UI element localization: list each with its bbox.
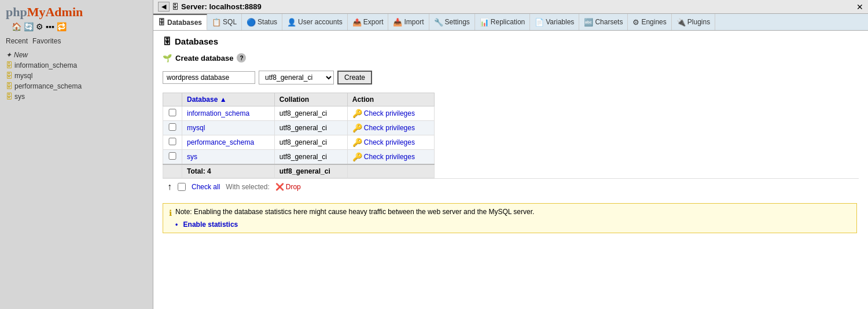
- collation-information_schema: utf8_general_ci: [274, 106, 347, 121]
- nav-item-new-label: New: [14, 51, 28, 59]
- row-checkbox-information_schema[interactable]: [168, 109, 177, 116]
- more-icon[interactable]: ▪▪▪: [46, 22, 54, 31]
- drop-button[interactable]: ❌ Drop: [275, 183, 301, 191]
- tab-settings-label: Settings: [445, 18, 470, 26]
- logo-myadmin: MyAdmin: [27, 5, 83, 19]
- favorites-tab[interactable]: Favorites: [32, 37, 61, 45]
- collation-select[interactable]: utf8_general_ci: [259, 71, 334, 84]
- nav-item-information-schema[interactable]: 🗄 information_schema: [2, 60, 150, 71]
- select-all-back-icon[interactable]: ↑: [167, 182, 172, 192]
- new-icon: ✦: [6, 51, 12, 59]
- main-area: ◀ 🗄 Server: localhost:8889 ✕ 🗄 Databases…: [153, 0, 868, 309]
- tab-sql-label: SQL: [223, 18, 237, 26]
- settings-icon[interactable]: ⚙: [36, 22, 43, 31]
- db-icon-sys: 🗄: [6, 93, 13, 101]
- nav-item-sys-label: sys: [14, 93, 25, 101]
- recent-tab[interactable]: Recent: [6, 37, 28, 45]
- db-link-performance_schema[interactable]: performance_schema: [187, 138, 254, 146]
- tab-databases[interactable]: 🗄 Databases: [153, 14, 207, 30]
- check-privileges-sys[interactable]: 🔑Check privileges: [352, 152, 415, 161]
- logo-php: php: [6, 5, 27, 19]
- home-icon[interactable]: 🏠: [12, 22, 21, 31]
- check-all-checkbox[interactable]: [178, 183, 186, 191]
- tab-user-accounts[interactable]: 👤 User accounts: [282, 14, 348, 30]
- nav-item-sys[interactable]: 🗄 sys: [2, 91, 150, 102]
- import-tab-icon: 📥: [393, 18, 402, 27]
- create-db-icon: 🌱: [163, 54, 172, 62]
- tab-engines[interactable]: ⚙ Engines: [628, 14, 671, 30]
- tab-replication-label: Replication: [491, 18, 525, 26]
- db-link-sys[interactable]: sys: [187, 153, 197, 161]
- tab-export[interactable]: 📤 Export: [348, 14, 389, 30]
- check-privileges-information_schema[interactable]: 🔑Check privileges: [352, 109, 415, 118]
- top-bar: ◀ 🗄 Server: localhost:8889 ✕: [153, 0, 868, 14]
- bottom-bar: ↑ Check all With selected: ❌ Drop: [163, 178, 859, 195]
- col-collation: Collation: [274, 93, 347, 106]
- drop-icon: ❌: [275, 183, 284, 191]
- databases-table: Database ▲ Collation Action information_…: [163, 93, 435, 178]
- total-collation: utf8_general_ci: [274, 164, 347, 178]
- server-icon: 🗄: [172, 3, 179, 11]
- db-name-input[interactable]: [163, 71, 255, 84]
- tab-status[interactable]: 🔵 Status: [242, 14, 282, 30]
- db-link-information_schema[interactable]: information_schema: [187, 109, 249, 117]
- enable-statistics-link[interactable]: • Enable statistics: [175, 220, 238, 229]
- create-db-help-icon[interactable]: ?: [237, 53, 246, 62]
- nav-item-information-schema-label: information_schema: [14, 61, 77, 69]
- tab-variables[interactable]: 📄 Variables: [530, 14, 579, 30]
- check-privileges-performance_schema[interactable]: 🔑Check privileges: [352, 138, 415, 147]
- window-close-icon[interactable]: ✕: [856, 2, 863, 12]
- tab-charsets-label: Charsets: [595, 18, 623, 26]
- sync-icon[interactable]: 🔁: [57, 22, 67, 31]
- table-row: performance_schemautf8_general_ci🔑Check …: [163, 135, 435, 150]
- db-link-mysql[interactable]: mysql: [187, 124, 205, 132]
- priv-icon-information_schema: 🔑: [352, 109, 362, 118]
- tab-settings[interactable]: 🔧 Settings: [429, 14, 475, 30]
- page-title: Databases: [175, 36, 218, 46]
- collation-sys: utf8_general_ci: [274, 150, 347, 165]
- tab-sql[interactable]: 📋 SQL: [207, 14, 242, 30]
- export-tab-icon: 📤: [352, 18, 362, 27]
- refresh-icon[interactable]: 🔄: [24, 22, 34, 31]
- settings-tab-icon: 🔧: [434, 18, 443, 27]
- row-checkbox-performance_schema[interactable]: [168, 138, 177, 145]
- sql-tab-icon: 📋: [212, 18, 221, 27]
- tab-replication[interactable]: 📊 Replication: [475, 14, 530, 30]
- tab-variables-label: Variables: [546, 18, 574, 26]
- notice-content: Note: Enabling the database statistics h…: [175, 208, 534, 229]
- check-all-label[interactable]: Check all: [192, 183, 220, 191]
- create-button[interactable]: Create: [337, 71, 372, 84]
- variables-tab-icon: 📄: [535, 18, 544, 27]
- collation-performance_schema: utf8_general_ci: [274, 135, 347, 150]
- tab-import[interactable]: 📥 Import: [388, 14, 429, 30]
- content: 🗄 Databases 🌱 Create database ? utf8_gen…: [153, 31, 868, 309]
- status-tab-icon: 🔵: [247, 18, 256, 27]
- check-privileges-mysql[interactable]: 🔑Check privileges: [352, 123, 415, 133]
- col-database[interactable]: Database ▲: [182, 93, 275, 106]
- row-checkbox-mysql[interactable]: [168, 123, 177, 131]
- table-row: sysutf8_general_ci🔑Check privileges: [163, 150, 435, 165]
- db-table-body: information_schemautf8_general_ci🔑Check …: [163, 106, 435, 178]
- nav-tabs: 🗄 Databases 📋 SQL 🔵 Status 👤 User accoun…: [153, 14, 868, 31]
- sidebar-nav: ✦ New 🗄 information_schema 🗄 mysql 🗄 per…: [0, 46, 153, 309]
- nav-item-performance-schema[interactable]: 🗄 performance_schema: [2, 81, 150, 91]
- tab-export-label: Export: [363, 18, 384, 26]
- phpmyadmin-logo[interactable]: phpMyAdmin: [6, 5, 147, 20]
- total-row: Total: 4 utf8_general_ci: [163, 164, 435, 178]
- tab-databases-label: Databases: [167, 19, 202, 27]
- databases-tab-icon: 🗄: [158, 18, 165, 27]
- sort-asc-icon: ▲: [220, 95, 227, 104]
- sidebar: phpMyAdmin 🏠 🔄 ⚙ ▪▪▪ 🔁 Recent Favorites …: [0, 0, 153, 309]
- replication-tab-icon: 📊: [480, 18, 489, 27]
- back-button[interactable]: ◀: [158, 2, 170, 12]
- tab-status-label: Status: [258, 18, 277, 26]
- tab-charsets[interactable]: 🔤 Charsets: [579, 14, 628, 30]
- nav-item-performance-schema-label: performance_schema: [14, 82, 82, 90]
- collation-mysql: utf8_general_ci: [274, 121, 347, 135]
- col-checkbox: [163, 93, 182, 106]
- nav-item-new[interactable]: ✦ New: [2, 50, 150, 60]
- tab-plugins[interactable]: 🔌 Plugins: [672, 14, 715, 30]
- row-checkbox-sys[interactable]: [168, 152, 177, 160]
- user-accounts-tab-icon: 👤: [287, 18, 296, 27]
- nav-item-mysql[interactable]: 🗄 mysql: [2, 71, 150, 81]
